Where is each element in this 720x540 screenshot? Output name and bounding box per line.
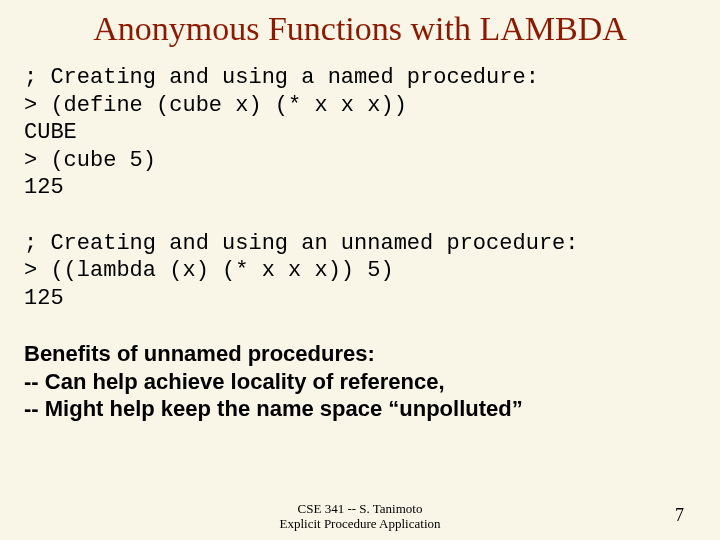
slide: Anonymous Functions with LAMBDA ; Creati… [0, 0, 720, 540]
slide-title: Anonymous Functions with LAMBDA [24, 10, 696, 48]
footer: CSE 341 -- S. Tanimoto Explicit Procedur… [0, 501, 720, 532]
benefits-heading: Benefits of unnamed procedures: [24, 340, 696, 368]
footer-line-2: Explicit Procedure Application [0, 516, 720, 532]
benefits-line-1: -- Can help achieve locality of referenc… [24, 368, 696, 396]
benefits-line-2: -- Might help keep the name space “unpol… [24, 395, 696, 423]
benefits-section: Benefits of unnamed procedures: -- Can h… [24, 340, 696, 423]
code-block-unnamed: ; Creating and using an unnamed procedur… [24, 230, 696, 313]
footer-line-1: CSE 341 -- S. Tanimoto [0, 501, 720, 517]
code-block-named: ; Creating and using a named procedure: … [24, 64, 696, 202]
page-number: 7 [675, 505, 684, 526]
